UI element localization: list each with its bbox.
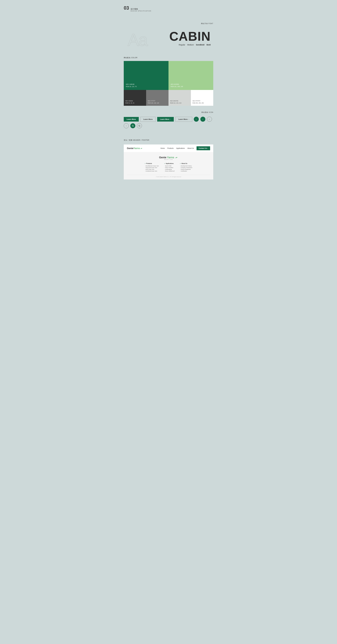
icon-section-label: 网站图标 ICON bbox=[124, 111, 213, 114]
learn-more-filled-arrow-button[interactable]: Learn More › bbox=[157, 117, 174, 122]
footer-col-about-us-item-1: Development History bbox=[180, 165, 192, 166]
color-rgb-label-1: RGB 20, 110, 75 bbox=[126, 86, 166, 88]
nav-home[interactable]: Home bbox=[160, 147, 165, 149]
font-section: 网站字体 FONT Aa CABIN Regular Medium SemiBo… bbox=[116, 20, 221, 54]
color-swatch-light-gray-text: HEX D4D7D5 RGB 212, 215, 213 bbox=[170, 100, 189, 104]
header-footer-section: 页头 / 页脚 HEADER / FOOTER Genie Yarns Home… bbox=[116, 134, 221, 185]
font-section-label: 网站字体 FONT bbox=[124, 22, 213, 25]
color-label-en: COLOR bbox=[131, 57, 137, 58]
prev-filled-icon[interactable]: ‹ bbox=[194, 117, 199, 122]
footer-logo: Genie Yarns bbox=[127, 156, 210, 159]
learn-more-filled-arrow-label: Learn More bbox=[160, 118, 169, 120]
color-swatch-light-gray: HEX D4D7D5 RGB 212, 215, 213 bbox=[168, 90, 191, 106]
footer-col-products-item-2: Texturized Grass Yarn bbox=[145, 167, 159, 168]
cabin-font-name: CABIN bbox=[169, 30, 211, 43]
color-hex-label-2: HEX A1D091 bbox=[171, 83, 211, 86]
contact-us-arrow-icon: › bbox=[207, 147, 208, 149]
weight-medium: Medium bbox=[187, 44, 194, 46]
nav-about-us[interactable]: About Us bbox=[187, 147, 194, 149]
footer-logo-genie: Genie bbox=[159, 156, 167, 159]
website-preview-container: Genie Yarns Home Products Applications A… bbox=[124, 144, 213, 180]
footer-columns: Products Monofilament Grass Yarn Texturi… bbox=[127, 163, 210, 172]
next-outline-icon[interactable]: › bbox=[124, 123, 129, 128]
header-footer-label-cn: 页头 / 页脚 bbox=[124, 139, 132, 141]
color-rgb-label-2: RGB 161, 208, 145 bbox=[171, 86, 211, 88]
color-hex-label-6: HEX FFFFFF bbox=[192, 100, 212, 102]
color-swatch-white-text: HEX FFFFFF RGB 255, 255, 255 bbox=[192, 100, 212, 104]
search-filled-icon[interactable] bbox=[130, 123, 135, 128]
learn-more-outline-button[interactable]: Learn More bbox=[140, 117, 156, 122]
font-aa-display: Aa bbox=[126, 28, 163, 48]
arrow-right-icon-2: › bbox=[189, 118, 189, 120]
color-swatch-dark-green-text: HEX 146E4B RGB 20, 110, 75 bbox=[126, 83, 166, 88]
learn-more-filled-label: Learn More bbox=[127, 118, 136, 120]
color-rgb-label-5: RGB 212, 215, 213 bbox=[170, 102, 189, 104]
color-swatch-dark-green: HEX 146E4B RGB 20, 110, 75 bbox=[124, 61, 168, 90]
color-swatch-gray: HEX 777777 RGB 119, 119, 119 bbox=[146, 90, 168, 106]
footer-col-applications-item-1: Sports Field bbox=[164, 165, 175, 166]
footer-col-about-us-title: About Us bbox=[180, 163, 192, 164]
buttons-and-icons-row: Learn More Learn More Learn More › Learn… bbox=[124, 117, 213, 128]
contact-us-button[interactable]: Contact Us › bbox=[197, 146, 210, 150]
font-display-area: Aa CABIN Regular Medium SemiBold Bold bbox=[124, 28, 213, 48]
footer-col-about-us-item-3: Factory Equipment bbox=[180, 169, 192, 170]
footer-col-about-us-item-2: Company Introduction bbox=[180, 167, 192, 168]
color-rgb-label-6: RGB 255, 255, 255 bbox=[192, 102, 212, 104]
footer-col-applications-title: Applications bbox=[164, 163, 175, 164]
svg-text:Aa: Aa bbox=[128, 30, 148, 48]
svg-point-1 bbox=[132, 125, 133, 126]
design-spec-header: 03 设计规格 DESIGN SPECIFICATION bbox=[116, 0, 221, 20]
next-filled-icon[interactable]: › bbox=[200, 117, 205, 122]
font-label-cn: 网站字体 bbox=[201, 23, 208, 24]
header-footer-label-en: HEADER / FOOTER bbox=[133, 139, 149, 141]
font-aa-svg: Aa bbox=[126, 28, 163, 48]
nav-applications[interactable]: Applications bbox=[176, 147, 185, 149]
color-swatch-dark-text: HEX 333333 RGB 51, 51, 51 bbox=[125, 100, 145, 104]
learn-more-outline-arrow-button[interactable]: Learn More › bbox=[175, 117, 192, 122]
learn-more-filled-button[interactable]: Learn More bbox=[124, 117, 139, 122]
color-hex-label-1: HEX 146E4B bbox=[126, 83, 166, 86]
cabin-name-display: CABIN Regular Medium SemiBold Bold bbox=[169, 30, 211, 46]
contact-us-label: Contact Us bbox=[199, 147, 207, 149]
header-logo: Genie Yarns bbox=[127, 147, 143, 150]
footer-col-products-item-3: KDR Grass Yarn bbox=[145, 169, 159, 170]
learn-more-outline-label: Learn More bbox=[143, 118, 153, 120]
footer-col-products: Products Monofilament Grass Yarn Texturi… bbox=[145, 163, 159, 172]
cabin-weights: Regular Medium SemiBold Bold bbox=[169, 44, 211, 46]
svg-point-3 bbox=[139, 125, 140, 126]
color-hex-label-5: HEX D4D7D5 bbox=[170, 100, 189, 102]
learn-more-outline-arrow-label: Learn More bbox=[178, 118, 188, 120]
footer-col-products-title: Products bbox=[145, 163, 159, 164]
svg-line-4 bbox=[140, 126, 140, 126]
footer-logo-area: Genie Yarns ENJOY LIFE bbox=[127, 156, 210, 160]
footer-col-applications: Applications Sports Field Indoor Facilit… bbox=[164, 163, 175, 172]
section-number: 03 bbox=[124, 5, 129, 11]
color-grid-bottom: HEX 333333 RGB 51, 51, 51 HEX 777777 RGB… bbox=[124, 90, 213, 106]
header-nav: Home Products Applications About Us Cont… bbox=[160, 146, 210, 150]
color-hex-label-3: HEX 333333 bbox=[125, 100, 145, 102]
header-footer-label: 页头 / 页脚 HEADER / FOOTER bbox=[124, 139, 213, 141]
footer-col-products-item-4: Combined Grass Yarn bbox=[145, 170, 159, 172]
color-hex-label-4: HEX 777777 bbox=[148, 100, 167, 102]
color-rgb-label-4: RGB 119, 119, 119 bbox=[148, 102, 167, 104]
color-grid-top: HEX 146E4B RGB 20, 110, 75 HEX A1D091 RG… bbox=[124, 61, 213, 90]
footer-col-about-us: About Us Development History Company Int… bbox=[180, 163, 192, 172]
footer-col-applications-item-4: Home Artificial turf bbox=[164, 170, 175, 172]
nav-products[interactable]: Products bbox=[167, 147, 174, 149]
logo-yarns: Yarns bbox=[133, 147, 140, 150]
weight-regular: Regular bbox=[179, 44, 185, 46]
footer-preview: Genie Yarns ENJOY LIFE Products Monofila… bbox=[124, 152, 213, 180]
footer-copyright: © 2024 GENIE YARNS CO., LTD. All Rights … bbox=[156, 176, 181, 178]
color-swatch-light-green-text: HEX A1D091 RGB 161, 208, 145 bbox=[171, 83, 211, 88]
color-section: 网站配色 COLOR HEX 146E4B RGB 20, 110, 75 HE… bbox=[116, 54, 221, 106]
footer-logo-yarns: Yarns bbox=[167, 156, 174, 159]
prev-outline-icon[interactable]: ‹ bbox=[207, 117, 212, 122]
icon-label-en: ICON bbox=[209, 112, 213, 113]
footer-col-applications-item-2: Indoor Facilities bbox=[164, 167, 175, 168]
footer-col-about-us-item-4: Certification bbox=[180, 170, 192, 172]
color-swatch-light-green: HEX A1D091 RGB 161, 208, 145 bbox=[168, 61, 213, 90]
search-outline-icon[interactable] bbox=[137, 123, 142, 128]
font-label-en: FONT bbox=[208, 23, 213, 24]
logo-genie: Genie bbox=[127, 147, 133, 150]
section-title-block: 设计规格 DESIGN SPECIFICATION bbox=[131, 8, 151, 12]
